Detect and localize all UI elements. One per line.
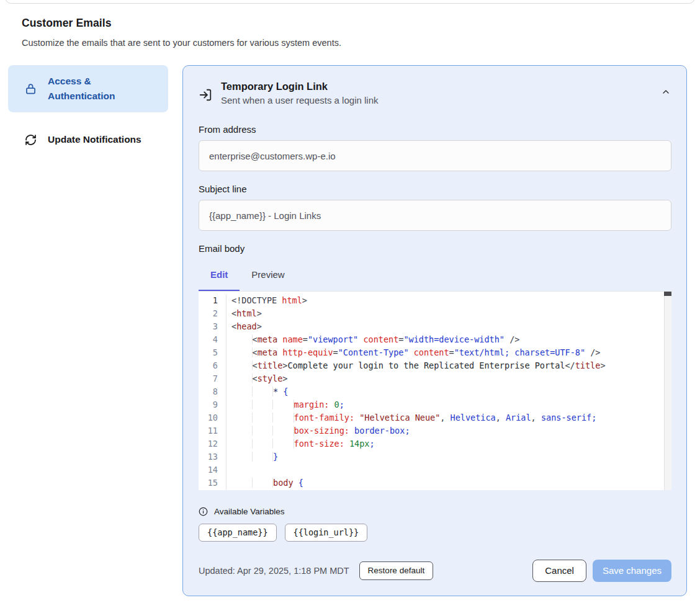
save-changes-button[interactable]: Save changes bbox=[593, 560, 671, 582]
code-line[interactable] bbox=[231, 463, 671, 476]
page-title: Customer Emails bbox=[22, 17, 678, 30]
line-number: 15 bbox=[199, 476, 218, 490]
editor-gutter: 12345678910111213141516 bbox=[199, 294, 226, 490]
line-number: 14 bbox=[199, 463, 218, 476]
from-address-label: From address bbox=[199, 124, 671, 135]
info-icon bbox=[199, 507, 208, 516]
email-body-tabs: EditPreview bbox=[199, 269, 671, 292]
panel-footer: Updated: Apr 29, 2025, 1:18 PM MDT Resto… bbox=[199, 560, 671, 582]
panel-header: Temporary Login Link Sent when a user re… bbox=[199, 81, 671, 105]
line-number: 12 bbox=[199, 437, 218, 450]
collapse-button[interactable] bbox=[660, 87, 671, 98]
code-line[interactable]: <title>Complete your login to the Replic… bbox=[231, 359, 671, 372]
panel-subtitle: Sent when a user requests a login link bbox=[221, 95, 378, 105]
editor-scrollbar-thumb[interactable] bbox=[664, 292, 671, 296]
variable-chips-row: {{app_name}}{{login_url}} bbox=[199, 524, 671, 542]
line-number: 11 bbox=[199, 424, 218, 437]
available-variables-label: Available Variables bbox=[214, 507, 285, 516]
previous-card-bottom-edge bbox=[5, 0, 695, 4]
tab-preview[interactable]: Preview bbox=[240, 269, 296, 292]
code-line[interactable]: <html> bbox=[231, 307, 671, 320]
available-variables-header: Available Variables bbox=[199, 507, 671, 516]
sidebar: Access & AuthenticationUpdate Notificati… bbox=[8, 65, 168, 156]
code-line[interactable]: <meta name="viewport" content="width=dev… bbox=[231, 333, 671, 346]
sidebar-item-access-authentication[interactable]: Access & Authentication bbox=[8, 65, 168, 112]
code-line[interactable]: margin: 0; bbox=[231, 398, 671, 411]
email-body-label: Email body bbox=[199, 243, 671, 254]
footer-actions: Cancel Save changes bbox=[532, 560, 671, 582]
code-line[interactable]: <!DOCTYPE html> bbox=[231, 294, 671, 307]
page-header: Customer Emails Customize the emails tha… bbox=[0, 0, 700, 48]
sidebar-item-update-notifications[interactable]: Update Notifications bbox=[8, 123, 168, 156]
line-number: 3 bbox=[199, 320, 218, 333]
variable-chip-app_name[interactable]: {{app_name}} bbox=[199, 524, 277, 542]
login-icon bbox=[199, 88, 212, 102]
line-number: 16 bbox=[199, 490, 218, 490]
code-line[interactable]: <head> bbox=[231, 320, 671, 333]
panel-header-text: Temporary Login Link Sent when a user re… bbox=[221, 81, 378, 105]
line-number: 2 bbox=[199, 307, 218, 320]
lock-icon bbox=[24, 82, 37, 96]
tab-edit[interactable]: Edit bbox=[199, 269, 240, 292]
code-editor[interactable]: 12345678910111213141516 <!DOCTYPE html><… bbox=[199, 291, 671, 490]
line-number: 6 bbox=[199, 359, 218, 372]
chevron-up-icon bbox=[661, 89, 671, 99]
code-line[interactable]: <meta http-equiv="Content-Type" content=… bbox=[231, 346, 671, 359]
sidebar-item-label: Access & Authentication bbox=[48, 74, 157, 104]
line-number: 13 bbox=[199, 450, 218, 463]
line-number: 4 bbox=[199, 333, 218, 346]
refresh-icon bbox=[24, 133, 37, 146]
cancel-button[interactable]: Cancel bbox=[532, 560, 586, 582]
from-address-input[interactable] bbox=[199, 140, 671, 171]
subject-line-input[interactable] bbox=[199, 200, 671, 231]
line-number: 9 bbox=[199, 398, 218, 411]
editor-scrollbar[interactable] bbox=[664, 292, 671, 490]
code-line[interactable]: } bbox=[231, 450, 671, 463]
updated-timestamp: Updated: Apr 29, 2025, 1:18 PM MDT bbox=[199, 566, 349, 576]
code-line[interactable]: background-color: #f8f8f8; bbox=[231, 490, 671, 490]
code-line[interactable]: * { bbox=[231, 385, 671, 398]
line-number: 5 bbox=[199, 346, 218, 359]
email-settings-panel: Temporary Login Link Sent when a user re… bbox=[182, 65, 687, 596]
code-line[interactable]: body { bbox=[231, 476, 671, 490]
code-line[interactable]: font-family: "Helvetica Neue", Helvetica… bbox=[231, 411, 671, 424]
sidebar-item-label: Update Notifications bbox=[48, 132, 141, 147]
content-row: Access & AuthenticationUpdate Notificati… bbox=[8, 65, 687, 596]
editor-code[interactable]: <!DOCTYPE html><html><head> <meta name="… bbox=[226, 294, 671, 490]
line-number: 10 bbox=[199, 411, 218, 424]
code-line[interactable]: font-size: 14px; bbox=[231, 437, 671, 450]
variable-chip-login_url[interactable]: {{login_url}} bbox=[285, 524, 368, 542]
line-number: 7 bbox=[199, 372, 218, 385]
line-number: 1 bbox=[199, 294, 218, 307]
page-subtitle: Customize the emails that are sent to yo… bbox=[22, 38, 678, 48]
code-line[interactable]: box-sizing: border-box; bbox=[231, 424, 671, 437]
panel-title: Temporary Login Link bbox=[221, 81, 378, 92]
subject-line-label: Subject line bbox=[199, 184, 671, 194]
restore-default-button[interactable]: Restore default bbox=[359, 561, 434, 580]
code-line[interactable]: <style> bbox=[231, 372, 671, 385]
line-number: 8 bbox=[199, 385, 218, 398]
